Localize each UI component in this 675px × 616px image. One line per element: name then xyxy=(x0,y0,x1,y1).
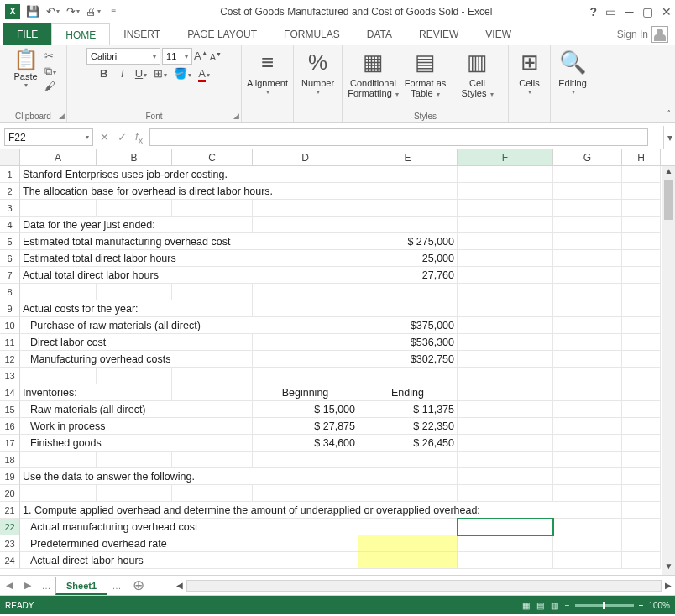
font-launcher-icon[interactable]: ◢ xyxy=(233,112,239,120)
row-6[interactable]: 6 xyxy=(0,250,20,267)
fill-color-button[interactable]: 🪣▾ xyxy=(174,67,191,80)
cell-E14[interactable]: Ending xyxy=(358,384,458,401)
select-all-corner[interactable] xyxy=(0,149,20,165)
cell-H17[interactable] xyxy=(622,435,661,452)
cell-H19[interactable] xyxy=(622,468,661,485)
row-19[interactable]: 19 xyxy=(0,468,20,485)
cell-C14[interactable] xyxy=(172,384,253,401)
close-icon[interactable]: ✕ xyxy=(662,5,672,18)
underline-button[interactable]: U▾ xyxy=(135,67,147,80)
cell-A2[interactable]: The allocation base for overhead is dire… xyxy=(20,183,458,200)
cell-F23[interactable] xyxy=(458,535,553,552)
fx-icon[interactable]: fx xyxy=(135,130,143,145)
expand-formula-bar-icon[interactable]: ▾ xyxy=(663,126,675,149)
cell-F4[interactable] xyxy=(458,217,553,233)
cell-F6[interactable] xyxy=(458,250,553,267)
normal-view-icon[interactable]: ▦ xyxy=(522,601,530,610)
row-8[interactable]: 8 xyxy=(0,284,20,300)
col-c[interactable]: C xyxy=(172,149,253,165)
cell-E5[interactable]: $ 275,000 xyxy=(358,233,458,250)
cell-A5[interactable]: Estimated total manufacturing overhead c… xyxy=(20,233,358,250)
cell-G4[interactable] xyxy=(553,217,622,233)
formula-input[interactable] xyxy=(149,128,648,146)
cell-D12[interactable] xyxy=(253,351,358,368)
excel-icon[interactable]: X xyxy=(3,3,22,21)
cell-H23[interactable] xyxy=(622,535,661,552)
tab-scroll-left-icon[interactable]: ◀ xyxy=(0,580,18,591)
cell-H4[interactable] xyxy=(622,217,661,233)
cell-A23[interactable]: Predetermined overhead rate xyxy=(20,535,358,552)
row-18[interactable]: 18 xyxy=(0,452,20,468)
cell-E7[interactable]: 27,760 xyxy=(358,267,458,284)
row-4[interactable]: 4 xyxy=(0,217,20,233)
cell-E20[interactable] xyxy=(358,485,458,502)
new-sheet-icon[interactable]: ⊕ xyxy=(129,577,148,594)
cell-A15[interactable]: Raw materials (all direct) xyxy=(20,401,253,418)
font-color-button[interactable]: A▾ xyxy=(198,67,210,80)
cell-F13[interactable] xyxy=(458,368,553,384)
cell-F7[interactable] xyxy=(458,267,553,284)
cell-D17[interactable]: $ 34,600 xyxy=(253,435,358,452)
cell-F1[interactable] xyxy=(458,166,553,183)
cell-D16[interactable]: $ 27,875 xyxy=(253,418,358,435)
cell-H5[interactable] xyxy=(622,233,661,250)
tab-more-icon[interactable]: … xyxy=(37,581,55,591)
cell-E15[interactable]: $ 11,375 xyxy=(358,401,458,418)
col-g[interactable]: G xyxy=(553,149,622,165)
cell-E6[interactable]: 25,000 xyxy=(358,250,458,267)
row-14[interactable]: 14 xyxy=(0,384,20,401)
row-20[interactable]: 20 xyxy=(0,485,20,502)
hscroll-left-icon[interactable]: ◀ xyxy=(173,581,186,590)
cell-A8[interactable] xyxy=(20,284,97,300)
page-break-view-icon[interactable]: ▥ xyxy=(551,601,558,610)
cell-A16[interactable]: Work in process xyxy=(20,418,253,435)
row-3[interactable]: 3 xyxy=(0,200,20,217)
vertical-scrollbar[interactable]: ▲ ▼ xyxy=(662,166,675,575)
save-icon[interactable]: 💾 xyxy=(24,3,42,21)
minimize-icon[interactable]: ‒ xyxy=(625,3,634,21)
row-9[interactable]: 9 xyxy=(0,300,20,317)
cell-G7[interactable] xyxy=(553,267,622,284)
cell-G8[interactable] xyxy=(553,284,622,300)
cell-G14[interactable] xyxy=(553,384,622,401)
cancel-icon[interactable]: ✕ xyxy=(100,131,109,144)
cell-A17[interactable]: Finished goods xyxy=(20,435,253,452)
tab-insert[interactable]: INSERT xyxy=(110,23,174,45)
tab-formulas[interactable]: FORMULAS xyxy=(270,23,353,45)
cell-A22[interactable]: Actual manufacturing overhead cost xyxy=(20,519,358,535)
cell-G9[interactable] xyxy=(553,300,622,317)
cell-H18[interactable] xyxy=(622,452,661,468)
increase-font-icon[interactable]: A▲ xyxy=(194,50,208,62)
cell-A21[interactable]: 1. Compute applied overhead and determin… xyxy=(20,502,622,519)
format-as-table-button[interactable]: ▤Format asTable ▾ xyxy=(400,48,452,103)
enter-icon[interactable]: ✓ xyxy=(118,131,127,144)
cell-G18[interactable] xyxy=(553,452,622,468)
tab-scroll-right-icon[interactable]: ▶ xyxy=(18,580,37,591)
scroll-down-icon[interactable]: ▼ xyxy=(662,561,675,575)
cell-D14[interactable]: Beginning xyxy=(253,384,358,401)
row-23[interactable]: 23 xyxy=(0,535,20,552)
cell-H20[interactable] xyxy=(622,485,661,502)
editing-button[interactable]: 🔍Editing▾ xyxy=(547,48,599,103)
tab-review[interactable]: REVIEW xyxy=(406,23,472,45)
cell-F8[interactable] xyxy=(458,284,553,300)
col-f[interactable]: F xyxy=(458,149,553,165)
col-e[interactable]: E xyxy=(358,149,458,165)
row-10[interactable]: 10 xyxy=(0,317,20,334)
cell-E22[interactable] xyxy=(358,519,458,535)
help-icon[interactable]: ? xyxy=(589,5,597,18)
cell-H7[interactable] xyxy=(622,267,661,284)
cell-E4[interactable] xyxy=(358,217,458,233)
cell-F22[interactable] xyxy=(458,519,553,535)
tab-view[interactable]: VIEW xyxy=(472,23,525,45)
tab-data[interactable]: DATA xyxy=(353,23,406,45)
cell-G3[interactable] xyxy=(553,200,622,217)
cell-E9[interactable] xyxy=(358,300,458,317)
cell-G11[interactable] xyxy=(553,334,622,351)
cell-E8[interactable] xyxy=(358,284,458,300)
hscroll-right-icon[interactable]: ▶ xyxy=(662,581,675,590)
cell-H8[interactable] xyxy=(622,284,661,300)
spreadsheet-grid[interactable]: A B C D E F G H 1Stanford Enterprises us… xyxy=(0,149,675,576)
cell-H12[interactable] xyxy=(622,351,661,368)
decrease-font-icon[interactable]: A▼ xyxy=(210,51,222,62)
